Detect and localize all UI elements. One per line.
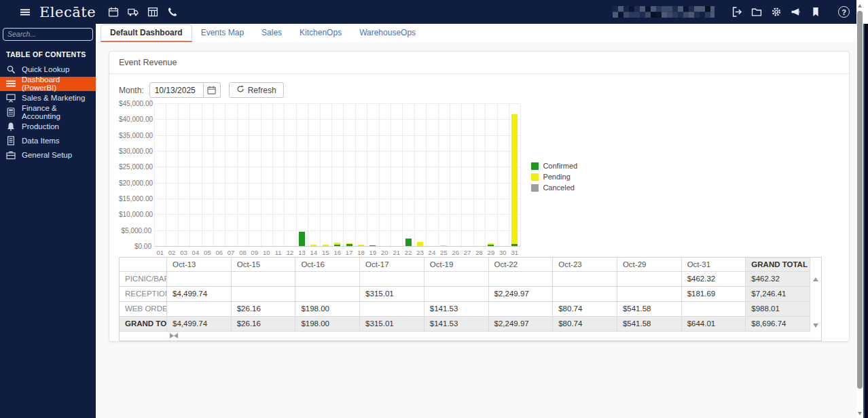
gear-icon[interactable] bbox=[771, 7, 782, 17]
bar-day-18-pending bbox=[358, 245, 364, 246]
sidebar-item-quick-lookup[interactable]: Quick Lookup bbox=[0, 63, 96, 77]
redacted-user-info bbox=[613, 6, 715, 18]
table-cell: $80.74 bbox=[553, 317, 617, 332]
x-axis-tick: 19 bbox=[367, 249, 379, 256]
legend-item-pending: Pending bbox=[531, 173, 577, 181]
bar-day-23-pending bbox=[417, 242, 423, 246]
column-header: Oct-29 bbox=[617, 258, 682, 272]
sidebar-item-general-setup[interactable]: General Setup bbox=[0, 148, 96, 162]
table-cell bbox=[424, 272, 489, 287]
x-axis-tick: 25 bbox=[437, 249, 450, 256]
scroll-down-icon[interactable] bbox=[858, 412, 862, 415]
month-input[interactable] bbox=[149, 82, 204, 98]
table-scroll-right-icon[interactable] bbox=[170, 333, 174, 338]
sidebar-item-data-items[interactable]: Data Items bbox=[0, 134, 96, 148]
menu-icon[interactable] bbox=[19, 7, 31, 17]
table-row: RECEPTION -...$4,499.74$315.01$2,249.97$… bbox=[120, 287, 821, 302]
bar-day-22-confirmed bbox=[405, 239, 412, 246]
tab-events-map[interactable]: Events Map bbox=[192, 24, 253, 42]
table-scroll-down-icon[interactable] bbox=[813, 324, 818, 328]
y-axis-tick: $45,000.00 bbox=[119, 100, 151, 107]
tab-kitchenops[interactable]: KitchenOps bbox=[291, 24, 350, 42]
legend-item-confirmed: Confirmed bbox=[531, 162, 577, 170]
x-axis-tick: 10 bbox=[260, 249, 272, 256]
sidebar-item-production[interactable]: Production bbox=[0, 120, 96, 134]
truck-icon[interactable] bbox=[128, 7, 139, 17]
table-cell: $181.69 bbox=[682, 287, 746, 302]
search-input[interactable] bbox=[3, 28, 93, 41]
tab-sales[interactable]: Sales bbox=[253, 24, 291, 42]
row-label: PICNIC/BARB... bbox=[120, 272, 167, 287]
table-row: PICNIC/BARB...$462.32$462.32 bbox=[120, 272, 821, 287]
bar-day-17-confirmed bbox=[346, 244, 352, 246]
bar-day-13-confirmed bbox=[299, 232, 305, 246]
bar-day-29-confirmed bbox=[488, 245, 494, 246]
table-cell: $4,499.74 bbox=[167, 287, 232, 302]
tab-default-dashboard[interactable]: Default Dashboard bbox=[101, 24, 192, 42]
column-header: Oct-23 bbox=[553, 258, 617, 272]
table-cell: $462.32 bbox=[746, 272, 810, 287]
table-cell bbox=[553, 287, 617, 302]
table-cell bbox=[295, 287, 360, 302]
sidebar: TABLE OF CONTENTS Quick LookupDashboard … bbox=[0, 24, 96, 418]
x-axis-tick: 26 bbox=[450, 249, 462, 256]
calendar-icon[interactable] bbox=[108, 7, 119, 17]
chart-legend: ConfirmedPendingCanceled bbox=[531, 162, 577, 192]
row-label: GRAND TOTAL bbox=[120, 317, 167, 332]
table-cell bbox=[295, 272, 360, 287]
table-cell: $141.53 bbox=[424, 317, 489, 332]
folder-icon[interactable] bbox=[751, 7, 762, 17]
sidebar-item-finance-accounting[interactable]: Finance & Accounting bbox=[0, 105, 96, 120]
table-cell bbox=[360, 302, 424, 317]
bar-day-14-pending bbox=[310, 245, 317, 246]
grid-icon[interactable] bbox=[147, 7, 158, 17]
x-axis-tick: 01 bbox=[154, 249, 166, 256]
table-cell: $80.74 bbox=[553, 302, 617, 317]
column-header: Oct-19 bbox=[424, 258, 489, 272]
megaphone-icon[interactable] bbox=[791, 7, 801, 17]
y-axis-tick: $30,000.00 bbox=[119, 147, 151, 155]
table-cell bbox=[360, 272, 424, 287]
x-axis-tick: 18 bbox=[355, 249, 367, 256]
table-cell: $198.00 bbox=[295, 317, 360, 332]
column-header: Oct-16 bbox=[295, 258, 360, 272]
x-axis-tick: 16 bbox=[331, 249, 344, 256]
phone-icon[interactable] bbox=[167, 7, 178, 17]
sidebar-item-sales-marketing[interactable]: Sales & Marketing bbox=[0, 91, 96, 105]
help-icon[interactable]: ? bbox=[838, 6, 850, 18]
month-label: Month: bbox=[119, 86, 144, 95]
logout-icon[interactable] bbox=[731, 7, 742, 17]
table-cell: $26.16 bbox=[232, 317, 296, 332]
calendar-picker-button[interactable] bbox=[204, 82, 221, 98]
tab-warehouseops[interactable]: WarehouseOps bbox=[350, 24, 424, 42]
refresh-button[interactable]: Refresh bbox=[229, 82, 284, 98]
scroll-up-icon[interactable] bbox=[858, 4, 862, 7]
menu-icon bbox=[6, 79, 16, 88]
table-cell bbox=[489, 272, 554, 287]
sidebar-item-dashboard-powerbi[interactable]: Dashboard (PowerBI) bbox=[0, 77, 96, 91]
table-scroll-up-icon[interactable] bbox=[813, 277, 818, 281]
y-axis-tick: $35,000.00 bbox=[119, 132, 151, 139]
x-axis-tick: 17 bbox=[343, 249, 355, 256]
page-scrollbar[interactable] bbox=[856, 0, 863, 418]
table-cell bbox=[617, 272, 682, 287]
page-scrollbar-thumb[interactable] bbox=[857, 11, 863, 389]
tab-bar: Default DashboardEvents MapSalesKitchenO… bbox=[96, 24, 856, 42]
bookmark-icon[interactable] bbox=[810, 7, 821, 17]
table-header-row: Oct-13Oct-15Oct-16Oct-17Oct-19Oct-22Oct-… bbox=[120, 258, 821, 272]
bar-day-29-pending bbox=[488, 243, 494, 245]
table-scroll-left-icon[interactable] bbox=[174, 333, 178, 338]
x-axis-tick: 28 bbox=[473, 249, 486, 256]
table-horizontal-scrollbar[interactable] bbox=[120, 332, 821, 341]
table-cell: $988.01 bbox=[746, 302, 810, 317]
topbar-left-icons bbox=[108, 7, 178, 17]
bar-day-31-confirmed bbox=[511, 244, 518, 246]
x-axis-tick: 11 bbox=[272, 249, 285, 256]
legend-swatch-icon bbox=[531, 173, 539, 181]
table-cell: $541.58 bbox=[617, 302, 682, 317]
table-cell bbox=[682, 302, 746, 317]
sidebar-item-label: Data Items bbox=[22, 137, 60, 145]
briefcase-icon bbox=[6, 150, 16, 160]
event-revenue-panel: Event Revenue Month: Refresh $45,000.00$… bbox=[109, 51, 850, 342]
column-header: Oct-15 bbox=[232, 258, 296, 272]
